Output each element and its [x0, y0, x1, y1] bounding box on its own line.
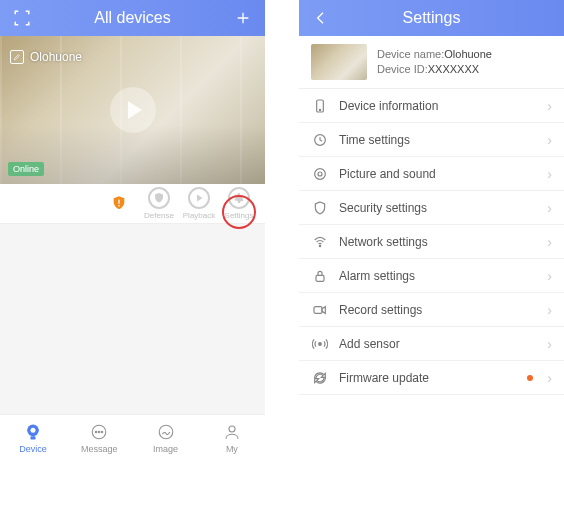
row-label: Time settings [339, 133, 537, 147]
svg-point-4 [31, 427, 36, 432]
picture-icon [311, 165, 329, 183]
svg-rect-1 [118, 205, 119, 206]
lock-icon [311, 267, 329, 285]
settings-button[interactable]: Settings [219, 187, 259, 220]
chevron-right-icon: › [547, 336, 552, 352]
svg-rect-0 [118, 199, 119, 203]
topbar: All devices [0, 0, 265, 36]
action-label: Defense [144, 211, 174, 220]
device-id-value: XXXXXXX [428, 63, 479, 75]
camera-actions: Defense Playback Settings [0, 184, 265, 224]
play-button[interactable] [110, 87, 156, 133]
gear-icon [228, 187, 250, 209]
svg-point-2 [238, 197, 241, 200]
row-label: Record settings [339, 303, 537, 317]
wifi-icon [311, 233, 329, 251]
row-label: Device information [339, 99, 537, 113]
defense-button[interactable]: Defense [139, 187, 179, 220]
playback-icon [188, 187, 210, 209]
svg-rect-18 [316, 275, 324, 281]
image-icon [156, 422, 176, 442]
add-device-button[interactable] [231, 6, 255, 30]
tab-label: Device [19, 444, 47, 454]
svg-rect-19 [314, 306, 322, 313]
play-icon [128, 101, 142, 119]
topbar: Settings [299, 0, 564, 36]
chevron-right-icon: › [547, 234, 552, 250]
svg-point-17 [319, 245, 320, 246]
row-security-settings[interactable]: Security settings › [299, 191, 564, 225]
row-device-information[interactable]: Device information › [299, 89, 564, 123]
chevron-right-icon: › [547, 302, 552, 318]
empty-area [0, 224, 265, 414]
svg-point-7 [96, 431, 98, 433]
tab-label: Message [81, 444, 118, 454]
svg-point-13 [319, 109, 320, 110]
device-meta: Device name:Olohuone Device ID:XXXXXXX [377, 47, 492, 78]
row-label: Alarm settings [339, 269, 537, 283]
settings-list: Device information › Time settings › Pic… [299, 89, 564, 395]
row-time-settings[interactable]: Time settings › [299, 123, 564, 157]
phone-all-devices: All devices Olohuone Online De [0, 0, 265, 460]
scan-icon[interactable] [10, 6, 34, 30]
user-icon [222, 422, 242, 442]
tab-image[interactable]: Image [133, 415, 199, 460]
phone-icon [311, 97, 329, 115]
row-label: Network settings [339, 235, 537, 249]
tab-message[interactable]: Message [66, 415, 132, 460]
message-icon [89, 422, 109, 442]
row-label: Firmware update [339, 371, 517, 385]
chevron-right-icon: › [547, 200, 552, 216]
refresh-icon [311, 369, 329, 387]
svg-point-20 [319, 342, 322, 345]
svg-point-11 [229, 426, 235, 432]
alert-button[interactable] [99, 192, 139, 216]
camera-name-row[interactable]: Olohuone [10, 50, 82, 64]
update-dot [527, 375, 533, 381]
action-label: Playback [183, 211, 215, 220]
chevron-right-icon: › [547, 370, 552, 386]
phone-settings: Settings Device name:Olohuone Device ID:… [299, 0, 564, 460]
topbar-title: All devices [34, 9, 231, 27]
row-label: Add sensor [339, 337, 537, 351]
shield-icon [148, 187, 170, 209]
svg-point-8 [99, 431, 101, 433]
svg-point-10 [159, 425, 173, 439]
camera-name: Olohuone [30, 50, 82, 64]
device-name-value: Olohuone [444, 48, 492, 60]
shield-alert-icon [108, 192, 130, 214]
online-badge: Online [8, 162, 44, 176]
row-alarm-settings[interactable]: Alarm settings › [299, 259, 564, 293]
device-card[interactable]: Device name:Olohuone Device ID:XXXXXXX [299, 36, 564, 89]
action-label: Settings [225, 211, 254, 220]
tab-label: Image [153, 444, 178, 454]
chevron-right-icon: › [547, 166, 552, 182]
camera-preview[interactable]: Olohuone Online [0, 36, 265, 184]
sensor-icon [311, 335, 329, 353]
device-name-label: Device name: [377, 48, 444, 60]
chevron-right-icon: › [547, 132, 552, 148]
svg-point-9 [102, 431, 104, 433]
shield-icon [311, 199, 329, 217]
device-thumbnail [311, 44, 367, 80]
row-record-settings[interactable]: Record settings › [299, 293, 564, 327]
row-label: Picture and sound [339, 167, 537, 181]
row-network-settings[interactable]: Network settings › [299, 225, 564, 259]
row-firmware-update[interactable]: Firmware update › [299, 361, 564, 395]
back-button[interactable] [309, 6, 333, 30]
row-add-sensor[interactable]: Add sensor › [299, 327, 564, 361]
tabbar: Device Message Image My [0, 414, 265, 460]
chevron-right-icon: › [547, 98, 552, 114]
svg-point-16 [318, 172, 322, 176]
chevron-right-icon: › [547, 268, 552, 284]
row-picture-sound[interactable]: Picture and sound › [299, 157, 564, 191]
clock-icon [311, 131, 329, 149]
tab-my[interactable]: My [199, 415, 265, 460]
playback-button[interactable]: Playback [179, 187, 219, 220]
topbar-title: Settings [333, 9, 530, 27]
edit-icon [10, 50, 24, 64]
tab-device[interactable]: Device [0, 415, 66, 460]
video-icon [311, 301, 329, 319]
svg-rect-5 [31, 436, 36, 439]
svg-point-15 [315, 168, 326, 179]
